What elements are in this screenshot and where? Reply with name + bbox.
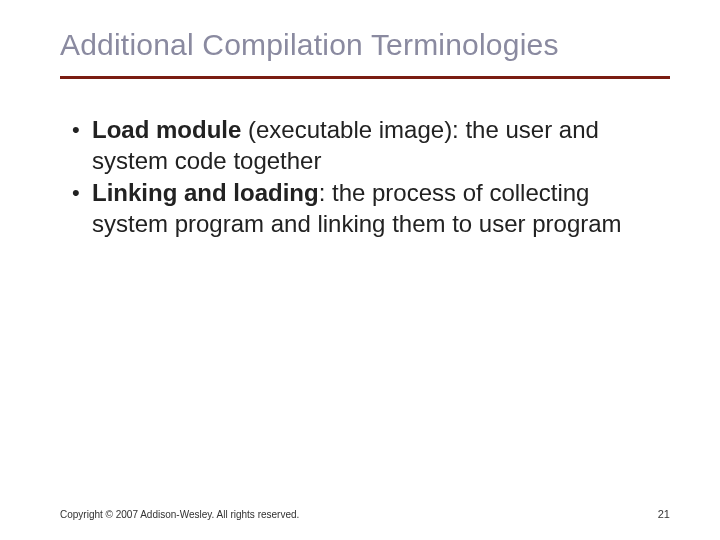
copyright-text: Copyright © 2007 Addison-Wesley. All rig… — [60, 509, 299, 520]
title-rule — [60, 76, 670, 79]
slide-body: • Load module (executable image): the us… — [60, 115, 670, 240]
term-bold: Load module — [92, 116, 241, 143]
bullet-text: Load module (executable image): the user… — [92, 115, 670, 176]
slide: Additional Compilation Terminologies • L… — [0, 0, 720, 540]
page-number: 21 — [658, 508, 670, 520]
bullet-icon: • — [72, 115, 92, 145]
term-bold: Linking and loading — [92, 179, 319, 206]
bullet-icon: • — [72, 178, 92, 208]
slide-footer: Copyright © 2007 Addison-Wesley. All rig… — [60, 508, 670, 520]
list-item: • Linking and loading: the process of co… — [72, 178, 670, 239]
bullet-text: Linking and loading: the process of coll… — [92, 178, 670, 239]
slide-title: Additional Compilation Terminologies — [60, 28, 670, 62]
list-item: • Load module (executable image): the us… — [72, 115, 670, 176]
